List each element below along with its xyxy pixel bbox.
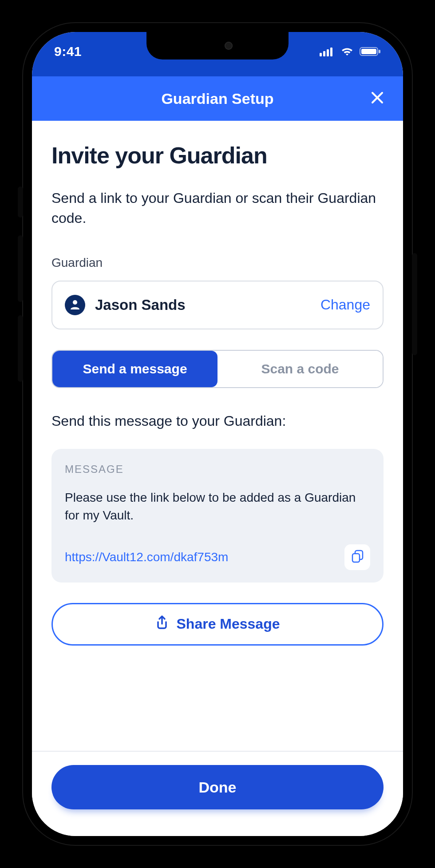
avatar — [65, 295, 85, 315]
side-button — [412, 253, 417, 355]
message-body: Please use the link below to be added as… — [65, 489, 370, 525]
side-button — [18, 315, 23, 382]
nav-bar: Guardian Setup — [32, 76, 403, 121]
message-prompt: Send this message to your Guardian: — [51, 413, 384, 429]
done-button[interactable]: Done — [51, 765, 384, 809]
guardian-name: Jason Sands — [95, 297, 320, 313]
side-button — [18, 186, 23, 218]
message-box: MESSAGE Please use the link below to be … — [51, 449, 384, 583]
share-icon — [155, 615, 169, 634]
status-time: 9:41 — [54, 44, 82, 59]
content: Invite your Guardian Send a link to your… — [32, 121, 403, 751]
guardian-card: Jason Sands Change — [51, 281, 384, 329]
segmented-control: Send a message Scan a code — [51, 350, 384, 388]
svg-rect-2 — [327, 49, 329, 56]
page-subtitle: Send a link to your Guardian or scan the… — [51, 188, 384, 228]
message-label: MESSAGE — [65, 463, 370, 476]
status-icons — [320, 47, 381, 56]
side-button — [18, 235, 23, 302]
close-button[interactable] — [368, 89, 387, 108]
battery-icon — [360, 47, 381, 56]
wifi-icon — [340, 47, 354, 56]
phone-frame: 9:41 — [22, 22, 413, 846]
tab-scan-code[interactable]: Scan a code — [218, 351, 383, 387]
svg-rect-8 — [352, 554, 360, 562]
footer: Done — [32, 751, 403, 836]
svg-rect-1 — [323, 51, 325, 56]
svg-rect-0 — [320, 53, 322, 56]
message-link[interactable]: https://Vault12.com/dkaf753m — [65, 550, 336, 564]
cellular-icon — [320, 47, 335, 56]
copy-icon — [351, 549, 364, 565]
front-camera — [225, 42, 233, 50]
change-button[interactable]: Change — [320, 297, 370, 313]
share-message-label: Share Message — [176, 616, 280, 632]
tab-send-message[interactable]: Send a message — [52, 351, 218, 387]
nav-title: Guardian Setup — [161, 90, 273, 107]
svg-rect-5 — [361, 49, 376, 54]
svg-rect-3 — [330, 48, 332, 56]
person-icon — [69, 298, 81, 312]
copy-button[interactable] — [344, 544, 370, 570]
notch — [146, 32, 289, 59]
page-title: Invite your Guardian — [51, 142, 384, 169]
done-label: Done — [199, 779, 237, 796]
close-icon — [371, 91, 384, 106]
svg-point-7 — [73, 300, 77, 305]
guardian-field-label: Guardian — [51, 256, 384, 270]
svg-rect-6 — [379, 50, 380, 53]
share-message-button[interactable]: Share Message — [51, 603, 384, 646]
